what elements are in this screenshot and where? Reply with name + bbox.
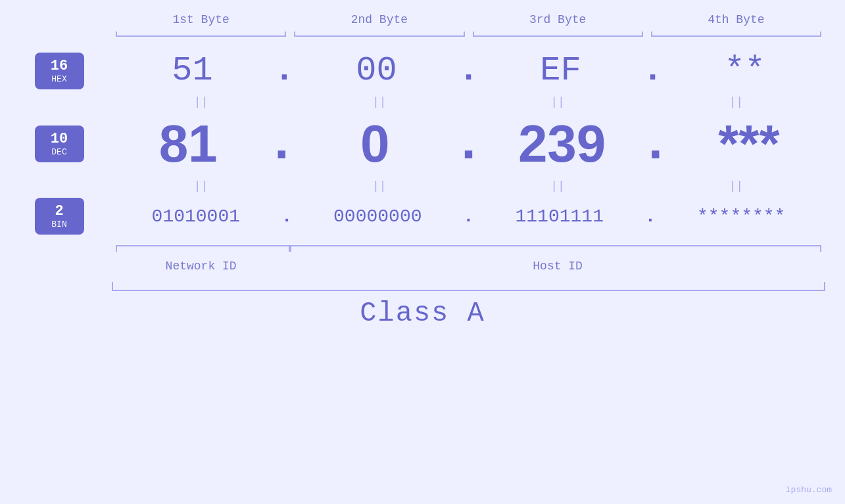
host-bracket-right [820, 245, 821, 252]
byte2-header: 2nd Byte [290, 13, 468, 26]
dec-val-3: 239 [518, 114, 606, 173]
byte-headers: 1st Byte 2nd Byte 3rd Byte 4th Byte [20, 13, 825, 26]
hex-val-2: 00 [356, 51, 397, 90]
hex-base-text: HEX [43, 74, 76, 84]
bin-badge: 2 BIN [35, 198, 84, 235]
network-id-label: Network ID [112, 260, 290, 273]
dec-label: 10 DEC [20, 126, 99, 162]
eq2-3: || [469, 179, 647, 193]
hex-label: 16 HEX [20, 53, 99, 89]
dec-row: 10 DEC 81 . 0 . 239 . *** [20, 114, 825, 174]
bin-val-4: ******** [697, 206, 785, 227]
bin-byte2: 00000000 [293, 206, 462, 227]
equals-row-2: || || || || [20, 179, 825, 193]
dec-val-2: 0 [360, 114, 390, 173]
watermark: ipshu.com [786, 485, 832, 495]
bin-values: 01010001 . 00000000 . 11101111 . *******… [112, 206, 825, 227]
byte3-header: 3rd Byte [469, 13, 647, 26]
bin-dot1: . [280, 206, 294, 227]
hex-byte4: ** [664, 51, 825, 90]
bracket-line-3 [473, 35, 643, 37]
hex-val-3: EF [540, 51, 581, 90]
net-bracket-left [116, 245, 117, 252]
bin-base-num: 2 [43, 203, 76, 219]
bin-val-1: 01010001 [152, 206, 240, 227]
bottom-brackets-area [20, 245, 825, 256]
dec-base-num: 10 [43, 131, 76, 147]
host-bracket [290, 245, 825, 256]
hex-byte1: 51 [112, 51, 273, 90]
id-labels: Network ID Host ID [20, 260, 825, 273]
hex-dot2: . [457, 51, 480, 90]
net-bracket-line [116, 245, 290, 246]
hex-val-4: ** [724, 51, 765, 90]
host-bracket-line [290, 245, 821, 246]
big-bracket-right [824, 282, 825, 291]
eq2-2: || [290, 179, 468, 193]
big-bracket-left [112, 282, 113, 291]
bracket-line-4 [651, 35, 821, 37]
eq1-2: || [290, 95, 468, 108]
bin-label: 2 BIN [20, 198, 99, 235]
hex-row: 16 HEX 51 . 00 . EF . ** [20, 51, 825, 90]
eq2-1: || [112, 179, 290, 193]
bin-base-text: BIN [43, 219, 76, 229]
dec-values: 81 . 0 . 239 . *** [112, 114, 825, 174]
hex-byte2: 00 [296, 51, 457, 90]
dec-byte2: 0 [299, 114, 451, 174]
eq1-4: || [647, 95, 825, 108]
hex-values: 51 . 00 . EF . ** [112, 51, 825, 90]
host-bracket-left [290, 245, 291, 252]
bracket-line-1 [116, 35, 286, 37]
host-id-label: Host ID [290, 260, 825, 273]
bin-dot3: . [644, 206, 658, 227]
equals-row-1: || || || || [20, 95, 825, 108]
dec-dot3: . [639, 114, 673, 174]
hex-dot1: . [273, 51, 296, 90]
bin-byte4: ******** [657, 206, 825, 227]
big-bracket-line [112, 290, 825, 291]
eq1-3: || [469, 95, 647, 108]
class-label: Class A [360, 298, 485, 329]
bracket-byte4 [651, 30, 821, 41]
eq2-4: || [647, 179, 825, 193]
dec-val-4: *** [718, 114, 779, 173]
hex-base-num: 16 [43, 58, 76, 74]
bin-byte1: 01010001 [112, 206, 280, 227]
main-container: 1st Byte 2nd Byte 3rd Byte 4th Byte 16 H… [0, 0, 845, 504]
bracket-byte2 [294, 30, 464, 41]
bracket-byte1 [116, 30, 286, 41]
hex-byte3: EF [480, 51, 641, 90]
byte4-header: 4th Byte [647, 13, 825, 26]
dec-val-1: 81 [159, 114, 218, 173]
bin-val-3: 11101111 [516, 206, 604, 227]
bin-dot2: . [462, 206, 475, 227]
top-brackets [20, 30, 825, 41]
byte1-header: 1st Byte [112, 13, 290, 26]
bracket-line-2 [294, 35, 464, 37]
dec-badge: 10 DEC [35, 126, 84, 162]
dec-byte4: *** [673, 114, 825, 174]
dec-byte3: 239 [486, 114, 639, 174]
dec-dot2: . [451, 114, 485, 174]
dec-byte1: 81 [112, 114, 264, 174]
eq1-1: || [112, 95, 290, 108]
hex-badge: 16 HEX [35, 53, 84, 89]
big-bracket [112, 278, 825, 291]
dec-base-text: DEC [43, 147, 76, 157]
dec-dot1: . [264, 114, 299, 174]
network-bracket [112, 245, 290, 256]
hex-val-1: 51 [172, 51, 212, 90]
bin-val-2: 00000000 [333, 206, 422, 227]
bin-row: 2 BIN 01010001 . 00000000 . 11101111 . *… [20, 198, 825, 235]
bin-byte3: 11101111 [475, 206, 644, 227]
bracket-byte3 [473, 30, 643, 41]
hex-dot3: . [641, 51, 664, 90]
